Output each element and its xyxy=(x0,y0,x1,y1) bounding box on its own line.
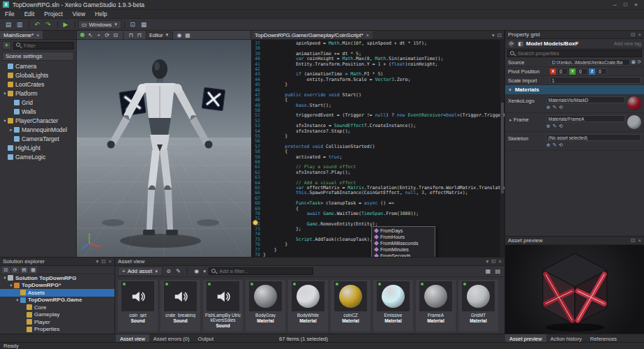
reset-icon[interactable]: ⟲ xyxy=(559,105,563,110)
grid-view-icon[interactable]: ▦ xyxy=(484,267,492,275)
close-icon[interactable]: × xyxy=(499,258,502,265)
scene-tree-item[interactable]: ▾Platform xyxy=(0,89,76,98)
edit-icon[interactable]: ✎ xyxy=(553,105,557,110)
material-reference-field[interactable]: (No asset selected) xyxy=(546,134,641,141)
pin-icon[interactable]: ⊡ xyxy=(631,31,635,38)
loot-crate-right[interactable] xyxy=(202,87,225,110)
code-editor-canvas[interactable]: 37 spinSpeed = Math.Min(10f, spinSpeed +… xyxy=(251,40,504,257)
close-icon[interactable]: × xyxy=(638,237,641,244)
sync-icon[interactable]: ⟳ xyxy=(11,267,19,274)
scale-tool-icon[interactable]: ⊡ xyxy=(112,31,119,39)
scale-import-field[interactable]: 1 xyxy=(550,77,641,84)
scene-tree-item[interactable]: Grid xyxy=(0,98,76,107)
tab-coinscript[interactable]: TopDownRPG.Game/Gameplay/CoinScript* × xyxy=(251,31,373,39)
scene-filter-input[interactable] xyxy=(24,43,71,49)
solution-tree-item[interactable]: Core xyxy=(0,304,114,311)
close-icon[interactable]: × xyxy=(638,31,641,38)
expander-icon[interactable]: ▾ xyxy=(8,283,14,288)
expander-icon[interactable]: ▾ xyxy=(15,297,20,303)
material-reference-field[interactable]: Materials/FrameA xyxy=(546,115,625,122)
lightbulb-quickfix-icon[interactable] xyxy=(253,220,258,225)
source-path-field[interactable]: D:\Xenko\..\Models\XenkoCrate.fbx xyxy=(550,59,630,66)
material-reference-field[interactable]: MaterialsVis/MaskD xyxy=(546,96,625,103)
close-icon[interactable]: × xyxy=(366,33,369,38)
rotate-tool-icon[interactable]: ⟳ xyxy=(103,31,111,39)
completion-item[interactable]: FromSeconds xyxy=(372,253,435,257)
editor-mode-dropdown[interactable]: Editor ▼ xyxy=(146,31,173,39)
edit-asset-icon[interactable]: ✎ xyxy=(174,267,182,275)
asset-tile[interactable]: coinCZMaterial xyxy=(331,280,370,332)
solution-tree-item[interactable]: Properties xyxy=(0,326,114,334)
solution-tree-item[interactable]: ▾TopDownRPG* xyxy=(0,282,114,290)
save-icon[interactable]: ▤ xyxy=(3,20,13,29)
edit-icon[interactable]: ✎ xyxy=(553,142,557,148)
asset-tile[interactable]: GridMTMaterial xyxy=(458,280,498,332)
reimport-icon[interactable]: ⟳ xyxy=(637,59,641,65)
axis-z-value[interactable]: 0 xyxy=(597,68,607,75)
chevron-down-icon[interactable]: ▾ xyxy=(486,258,489,265)
asset-tile[interactable]: FishLampBy UlrickEversSalesSound xyxy=(203,280,243,332)
scene-tree-item[interactable]: Camera xyxy=(0,61,76,70)
pick-asset-icon[interactable]: ⊕ xyxy=(546,142,551,148)
completion-item[interactable]: FromMilliseconds xyxy=(372,240,435,246)
materials-section-header[interactable]: ▼ Materials xyxy=(505,85,644,94)
new-folder-icon[interactable]: ▤ xyxy=(20,267,28,274)
asset-tile[interactable]: EmissiveMaterial xyxy=(373,280,413,332)
delete-asset-icon[interactable]: ⊘ xyxy=(165,267,172,275)
solution-tree-item[interactable]: ▾TopDownRPG.Game xyxy=(0,297,114,304)
minimize-icon[interactable]: – xyxy=(610,1,620,8)
view-options-eye-icon[interactable]: ◉ xyxy=(193,267,200,275)
scene-tree-item[interactable]: HighLight xyxy=(0,143,76,152)
reset-icon[interactable]: ⟲ xyxy=(559,124,563,129)
edit-icon[interactable]: ✎ xyxy=(553,124,557,129)
axis-x-value[interactable]: 0 xyxy=(557,68,568,75)
play-button[interactable]: ▶ xyxy=(61,20,70,29)
menu-edit[interactable]: Edit xyxy=(20,10,40,17)
float-panel-icon[interactable]: ⊡ xyxy=(497,32,502,38)
close-icon[interactable]: × xyxy=(109,258,112,265)
expander-icon[interactable]: ▾ xyxy=(2,91,8,96)
scene-tree-item[interactable]: GlobalLights xyxy=(0,70,76,80)
menu-view[interactable]: View xyxy=(68,10,90,17)
completion-item[interactable]: FromHours xyxy=(372,234,435,240)
properties-icon[interactable]: ▦ xyxy=(29,267,37,274)
scrollbar-thumb[interactable] xyxy=(501,103,504,193)
asset-tile[interactable]: BodyWhiteMaterial xyxy=(288,280,328,332)
add-asset-button[interactable]: + Add asset ▼ xyxy=(118,267,163,276)
menu-file[interactable]: File xyxy=(0,10,20,17)
pick-asset-icon[interactable]: ⊕ xyxy=(546,124,551,129)
asset-tile[interactable]: FrameAMaterial xyxy=(416,280,456,332)
redo-icon[interactable]: ↷ xyxy=(43,20,53,29)
asset-preview-canvas[interactable] xyxy=(505,245,644,334)
archetype-icon[interactable]: ◧ xyxy=(517,40,524,47)
close-icon[interactable]: × xyxy=(36,33,39,38)
expander-icon[interactable]: ▾ xyxy=(2,118,8,124)
menu-project[interactable]: Project xyxy=(39,10,67,17)
reset-icon[interactable]: ⟲ xyxy=(559,142,563,148)
pick-asset-icon[interactable]: ⊕ xyxy=(546,105,551,110)
windows-platform-dropdown[interactable]: ▭ Windows ▼ xyxy=(78,20,121,29)
refresh-icon[interactable]: ⟳ xyxy=(508,40,515,47)
scene-settings-button[interactable]: Scene settings xyxy=(2,52,74,61)
translate-tool-icon[interactable]: + xyxy=(95,31,103,39)
asset-tile[interactable]: coin_getSound xyxy=(118,280,158,332)
settings-icon[interactable]: ⊡ xyxy=(128,20,137,29)
pin-icon[interactable]: ⊡ xyxy=(101,258,105,265)
scene-tree-item[interactable]: GameLogic xyxy=(0,152,76,161)
pin-icon[interactable]: ⊡ xyxy=(491,258,495,265)
camera-options-icon[interactable]: ◉ xyxy=(176,31,184,39)
build-icon[interactable]: ▦ xyxy=(139,20,149,29)
scene-tree-item[interactable]: LootCrates xyxy=(0,80,76,89)
solution-tree-item[interactable]: Player xyxy=(0,318,114,326)
scene-tree-item[interactable]: ▾PlayerCharacter xyxy=(0,116,76,125)
browse-folder-icon[interactable]: ▣ xyxy=(631,59,636,65)
completion-item[interactable]: FromDays xyxy=(372,228,435,234)
menu-help[interactable]: Help xyxy=(90,10,112,17)
add-entity-button[interactable]: + xyxy=(2,41,11,50)
solution-tree-item[interactable]: Gameplay xyxy=(0,311,114,319)
scene-tree-item[interactable]: CameraTarget xyxy=(0,134,76,143)
save-all-icon[interactable]: ▥ xyxy=(15,20,24,29)
expander-icon[interactable]: ▾ xyxy=(2,275,8,281)
pin-icon[interactable]: ⊡ xyxy=(631,237,635,244)
maximize-icon[interactable]: □ xyxy=(620,1,631,8)
